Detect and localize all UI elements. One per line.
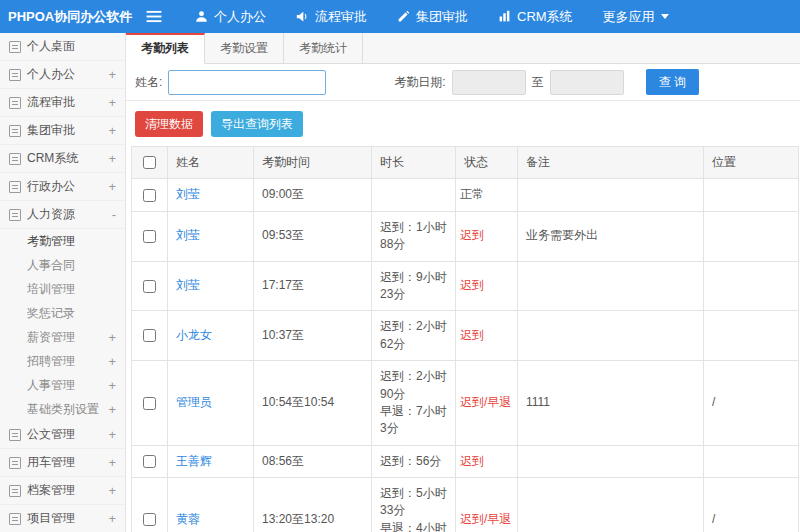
sidebar-item[interactable]: 个人桌面: [0, 33, 125, 61]
search-button[interactable]: 查 询: [646, 69, 699, 95]
row-checkbox[interactable]: [143, 230, 156, 243]
sidebar-subitem[interactable]: 奖惩记录: [0, 301, 125, 325]
sidebar-subitem[interactable]: 培训管理: [0, 277, 125, 301]
select-all-checkbox[interactable]: [143, 156, 156, 169]
nav-more-apps[interactable]: 更多应用: [588, 0, 684, 33]
expand-icon[interactable]: +: [108, 427, 116, 442]
tab-attendance-settings[interactable]: 考勤设置: [205, 33, 284, 63]
export-list-button[interactable]: 导出查询列表: [211, 111, 303, 137]
table-row: 管理员 10:54至10:54 迟到：2小时90分 早退：7小时3分 迟到/早退…: [132, 361, 799, 446]
expand-icon[interactable]: +: [108, 151, 116, 166]
clear-data-button[interactable]: 清理数据: [135, 111, 203, 137]
status-cell: 正常: [456, 179, 518, 211]
expand-icon[interactable]: +: [108, 455, 116, 470]
sidebar-item-label: 人力资源: [27, 206, 108, 223]
expand-icon[interactable]: +: [108, 511, 116, 526]
row-checkbox[interactable]: [143, 189, 156, 202]
sidebar-subitem[interactable]: 薪资管理 +: [0, 325, 125, 349]
expand-icon[interactable]: +: [108, 179, 116, 194]
employee-name-link[interactable]: 刘莹: [176, 228, 200, 242]
sidebar-item[interactable]: 档案管理 +: [0, 477, 125, 505]
location-cell: [704, 211, 799, 261]
expand-icon[interactable]: +: [108, 95, 116, 110]
sidebar-item[interactable]: 行政办公 +: [0, 173, 125, 201]
name-input[interactable]: [168, 70, 326, 95]
tab-attendance-list[interactable]: 考勤列表: [126, 33, 205, 64]
employee-name-link[interactable]: 王善辉: [176, 454, 212, 468]
header-name: 姓名: [168, 147, 254, 179]
expand-icon[interactable]: +: [108, 483, 116, 498]
sidebar-subitem[interactable]: 人事管理 +: [0, 373, 125, 397]
nav-crm-system[interactable]: CRM系统: [483, 0, 588, 33]
location-cell: [704, 179, 799, 211]
row-checkbox[interactable]: [143, 280, 156, 293]
employee-name-link[interactable]: 黄蓉: [176, 512, 200, 526]
filter-bar: 姓名: 考勤日期: 至 查 询: [126, 64, 800, 101]
sidebar-item[interactable]: 流程审批 +: [0, 89, 125, 117]
location-cell: [704, 261, 799, 311]
row-checkbox[interactable]: [143, 513, 156, 526]
remark-cell: 1111: [518, 361, 704, 446]
expand-icon[interactable]: +: [108, 67, 116, 82]
nav-personal-office[interactable]: 个人办公: [180, 0, 281, 33]
status-cell: 迟到: [456, 311, 518, 361]
to-label: 至: [532, 74, 544, 91]
nav-group-approval[interactable]: 集团审批: [382, 0, 483, 33]
employee-name-link[interactable]: 管理员: [176, 395, 212, 409]
duration-cell: 迟到：5小时33分 早退：4小时67分: [372, 478, 456, 532]
sidebar-subitem-label: 薪资管理: [27, 329, 104, 346]
nav-label: 个人办公: [214, 8, 266, 26]
header-duration: 时长: [372, 147, 456, 179]
expand-icon[interactable]: +: [108, 402, 116, 417]
sidebar-subitem[interactable]: 招聘管理 +: [0, 349, 125, 373]
table-header-row: 姓名 考勤时间 时长 状态 备注 位置: [132, 147, 799, 179]
archive-icon: [9, 485, 21, 497]
expand-icon[interactable]: -: [112, 207, 116, 222]
date-from-input[interactable]: [452, 70, 526, 95]
expand-icon[interactable]: +: [108, 123, 116, 138]
main-layout: 个人桌面 个人办公 + 流程审批 + 集团审批 + CRM系统 + 行政办公 +…: [0, 33, 800, 532]
sidebar-item[interactable]: 用车管理 +: [0, 449, 125, 477]
attendance-time-cell: 13:20至13:20: [254, 478, 372, 532]
expand-icon[interactable]: +: [108, 330, 116, 345]
attendance-time-cell: 09:00至: [254, 179, 372, 211]
nav-process-approval[interactable]: 流程审批: [281, 0, 382, 33]
location-cell: /: [704, 361, 799, 446]
sidebar-item[interactable]: CRM系统 +: [0, 145, 125, 173]
attendance-time-cell: 09:53至: [254, 211, 372, 261]
sidebar-item-label: CRM系统: [27, 150, 104, 167]
expand-icon[interactable]: +: [108, 354, 116, 369]
location-cell: /: [704, 478, 799, 532]
nav-label: 集团审批: [416, 8, 468, 26]
header-location: 位置: [704, 147, 799, 179]
sidebar-item-label: 用车管理: [27, 454, 104, 471]
location-cell: [704, 445, 799, 477]
status-cell: 迟到/早退: [456, 478, 518, 532]
sidebar-item[interactable]: 公文管理 +: [0, 421, 125, 449]
menu-toggle-icon[interactable]: [128, 10, 180, 23]
expand-icon[interactable]: +: [108, 378, 116, 393]
employee-name-link[interactable]: 刘莹: [176, 278, 200, 292]
sidebar-item-label: 公文管理: [27, 426, 104, 443]
sidebar-subitem-label: 招聘管理: [27, 353, 104, 370]
row-checkbox[interactable]: [143, 397, 156, 410]
row-checkbox[interactable]: [143, 455, 156, 468]
employee-name-link[interactable]: 小龙女: [176, 328, 212, 342]
sidebar-item[interactable]: 个人办公 +: [0, 61, 125, 89]
status-cell: 迟到/早退: [456, 361, 518, 446]
tab-attendance-stats[interactable]: 考勤统计: [284, 33, 363, 63]
date-to-input[interactable]: [550, 70, 624, 95]
table-row: 王善辉 08:56至 迟到：56分 迟到: [132, 445, 799, 477]
remark-cell: 业务需要外出: [518, 211, 704, 261]
status-cell: 迟到: [456, 445, 518, 477]
sidebar-subitem-label: 奖惩记录: [27, 305, 112, 322]
row-checkbox[interactable]: [143, 329, 156, 342]
sidebar-item[interactable]: 项目管理 +: [0, 505, 125, 532]
sidebar-subitem[interactable]: 人事合同: [0, 253, 125, 277]
sidebar-item[interactable]: 人力资源 -: [0, 201, 125, 229]
attendance-time-cell: 10:37至: [254, 311, 372, 361]
employee-name-link[interactable]: 刘莹: [176, 187, 200, 201]
sidebar-subitem[interactable]: 基础类别设置 +: [0, 397, 125, 421]
sidebar-item[interactable]: 集团审批 +: [0, 117, 125, 145]
sidebar-subitem[interactable]: 考勤管理: [0, 229, 125, 253]
